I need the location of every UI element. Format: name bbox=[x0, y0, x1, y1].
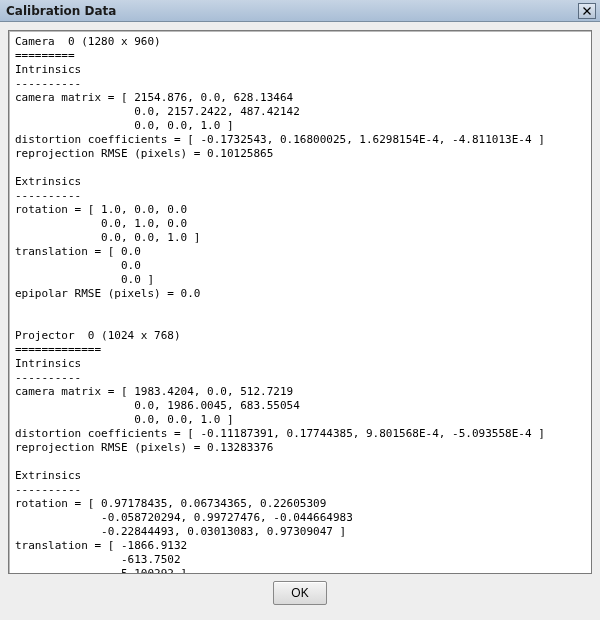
calibration-text-panel[interactable]: Camera 0 (1280 x 960) ========= Intrinsi… bbox=[8, 30, 592, 574]
content-area: Camera 0 (1280 x 960) ========= Intrinsi… bbox=[0, 22, 600, 620]
button-bar: OK bbox=[8, 574, 592, 612]
calibration-text: Camera 0 (1280 x 960) ========= Intrinsi… bbox=[15, 35, 585, 574]
dialog-window: Calibration Data Camera 0 (1280 x 960) =… bbox=[0, 0, 600, 620]
close-button[interactable] bbox=[578, 3, 596, 19]
close-icon bbox=[583, 7, 591, 15]
window-title: Calibration Data bbox=[6, 4, 578, 18]
titlebar[interactable]: Calibration Data bbox=[0, 0, 600, 22]
ok-button[interactable]: OK bbox=[273, 581, 327, 605]
